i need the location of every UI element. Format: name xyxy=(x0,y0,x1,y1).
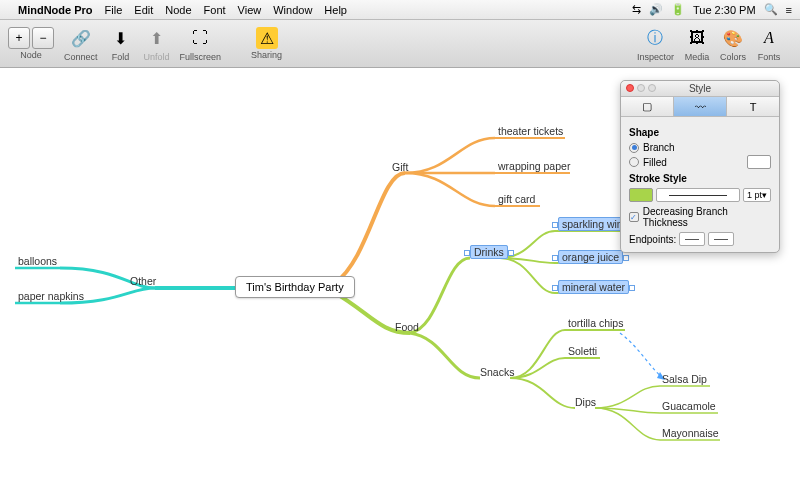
menu-font[interactable]: Font xyxy=(204,4,226,16)
toolbar: + − Node 🔗 Connect ⬇ Fold ⬆ Unfold ⛶ Ful… xyxy=(0,20,800,68)
fonts-icon: A xyxy=(756,25,782,51)
menu-edit[interactable]: Edit xyxy=(134,4,153,16)
node-food[interactable]: Food xyxy=(395,321,419,333)
menu-file[interactable]: File xyxy=(105,4,123,16)
tool-fullscreen[interactable]: ⛶ Fullscreen xyxy=(180,25,222,62)
inspector-icon: ⓘ xyxy=(642,25,668,51)
stroke-color-swatch[interactable] xyxy=(629,188,653,202)
endpoints-label: Endpoints: xyxy=(629,234,676,245)
menu-help[interactable]: Help xyxy=(324,4,347,16)
wifi-icon[interactable]: ⇆ xyxy=(632,3,641,16)
node-wrapping-paper[interactable]: wrapping paper xyxy=(498,160,570,172)
decreasing-thickness-option[interactable]: ✓ Decreasing Branch Thickness xyxy=(629,206,771,228)
close-icon[interactable] xyxy=(626,84,634,92)
stroke-width-select[interactable]: 1 pt ▾ xyxy=(743,188,771,202)
checkbox-decreasing[interactable]: ✓ xyxy=(629,212,639,222)
node-guacamole[interactable]: Guacamole xyxy=(662,400,716,412)
tool-connect[interactable]: 🔗 Connect xyxy=(64,25,98,62)
style-tab-text[interactable]: T xyxy=(727,97,779,116)
node-other[interactable]: Other xyxy=(130,275,156,287)
zoom-icon[interactable] xyxy=(648,84,656,92)
remove-node-button[interactable]: − xyxy=(32,27,54,49)
tool-fold[interactable]: ⬇ Fold xyxy=(108,25,134,62)
style-panel-title: Style xyxy=(689,83,711,94)
fill-color-swatch[interactable] xyxy=(747,155,771,169)
tool-media[interactable]: 🖼 Media xyxy=(684,25,710,62)
node-soletti[interactable]: Soletti xyxy=(568,345,597,357)
tool-unfold[interactable]: ⬆ Unfold xyxy=(144,25,170,62)
volume-icon[interactable]: 🔊 xyxy=(649,3,663,16)
style-tab-branch[interactable]: 〰 xyxy=(674,97,727,116)
fullscreen-icon: ⛶ xyxy=(187,25,213,51)
sharing-icon: ⚠ xyxy=(256,27,278,49)
root-label: Tim's Birthday Party xyxy=(246,281,344,293)
minimize-icon[interactable] xyxy=(637,84,645,92)
menubar-clock[interactable]: Tue 2:30 PM xyxy=(693,4,756,16)
endpoint-end-select[interactable] xyxy=(708,232,734,246)
endpoint-start-select[interactable] xyxy=(679,232,705,246)
node-paper-napkins[interactable]: paper napkins xyxy=(18,290,84,302)
media-icon: 🖼 xyxy=(684,25,710,51)
node-balloons[interactable]: balloons xyxy=(18,255,57,267)
tool-sharing[interactable]: ⚠ Sharing xyxy=(251,27,282,60)
shape-filled-option[interactable]: Filled xyxy=(629,155,771,169)
menu-view[interactable]: View xyxy=(238,4,262,16)
shape-section-title: Shape xyxy=(629,127,771,138)
menu-node[interactable]: Node xyxy=(165,4,191,16)
node-snacks[interactable]: Snacks xyxy=(480,366,514,378)
tool-node-label: Node xyxy=(20,50,42,60)
style-tab-node[interactable]: ▢ xyxy=(621,97,674,116)
spotlight-icon[interactable]: 🔍 xyxy=(764,3,778,16)
connect-icon: 🔗 xyxy=(68,25,94,51)
add-node-button[interactable]: + xyxy=(8,27,30,49)
tool-inspector[interactable]: ⓘ Inspector xyxy=(637,25,674,62)
style-panel[interactable]: Style ▢ 〰 T Shape Branch Filled Stroke S… xyxy=(620,80,780,253)
node-theater-tickets[interactable]: theater tickets xyxy=(498,125,563,137)
node-orange-juice[interactable]: orange juice xyxy=(552,251,629,263)
tool-colors[interactable]: 🎨 Colors xyxy=(720,25,746,62)
node-mineral-water[interactable]: mineral water xyxy=(552,281,635,293)
unfold-icon: ⬆ xyxy=(144,25,170,51)
shape-branch-option[interactable]: Branch xyxy=(629,142,771,153)
style-tabs: ▢ 〰 T xyxy=(621,97,779,117)
node-drinks[interactable]: Drinks xyxy=(464,246,514,258)
tool-fonts[interactable]: A Fonts xyxy=(756,25,782,62)
node-gift-card[interactable]: gift card xyxy=(498,193,535,205)
battery-icon[interactable]: 🔋 xyxy=(671,3,685,16)
stroke-section-title: Stroke Style xyxy=(629,173,771,184)
root-node[interactable]: Tim's Birthday Party xyxy=(235,276,355,298)
colors-icon: 🎨 xyxy=(720,25,746,51)
style-titlebar[interactable]: Style xyxy=(621,81,779,97)
node-gift[interactable]: Gift xyxy=(392,161,408,173)
tool-node-group: + − Node xyxy=(8,27,54,60)
node-dips[interactable]: Dips xyxy=(575,396,596,408)
node-mayonnaise[interactable]: Mayonnaise xyxy=(662,427,719,439)
menu-bar: MindNode Pro File Edit Node Font View Wi… xyxy=(0,0,800,20)
radio-branch[interactable] xyxy=(629,143,639,153)
app-name[interactable]: MindNode Pro xyxy=(18,4,93,16)
stroke-style-select[interactable] xyxy=(656,188,740,202)
notification-icon[interactable]: ≡ xyxy=(786,4,792,16)
node-tortilla-chips[interactable]: tortilla chips xyxy=(568,317,623,329)
fold-icon: ⬇ xyxy=(108,25,134,51)
radio-filled[interactable] xyxy=(629,157,639,167)
menu-window[interactable]: Window xyxy=(273,4,312,16)
node-salsa-dip[interactable]: Salsa Dip xyxy=(662,373,707,385)
